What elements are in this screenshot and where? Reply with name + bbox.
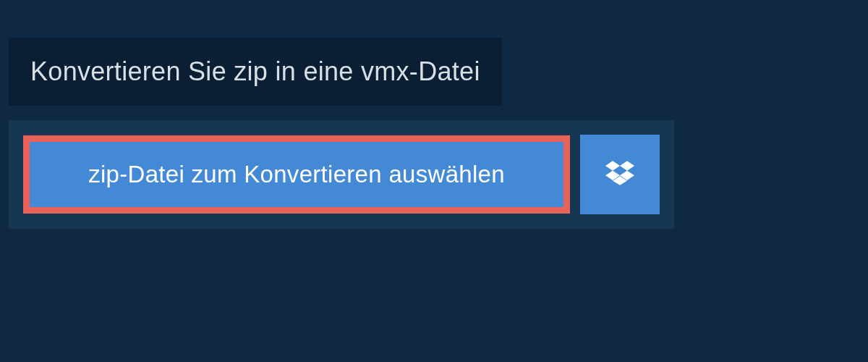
header-bar: Konvertieren Sie zip in eine vmx-Datei — [9, 38, 502, 106]
select-file-button[interactable]: zip-Datei zum Konvertieren auswählen — [23, 135, 570, 214]
upload-panel: zip-Datei zum Konvertieren auswählen — [9, 120, 674, 229]
dropbox-icon — [605, 159, 634, 190]
dropbox-button[interactable] — [580, 135, 660, 214]
page-title: Konvertieren Sie zip in eine vmx-Datei — [30, 56, 480, 87]
